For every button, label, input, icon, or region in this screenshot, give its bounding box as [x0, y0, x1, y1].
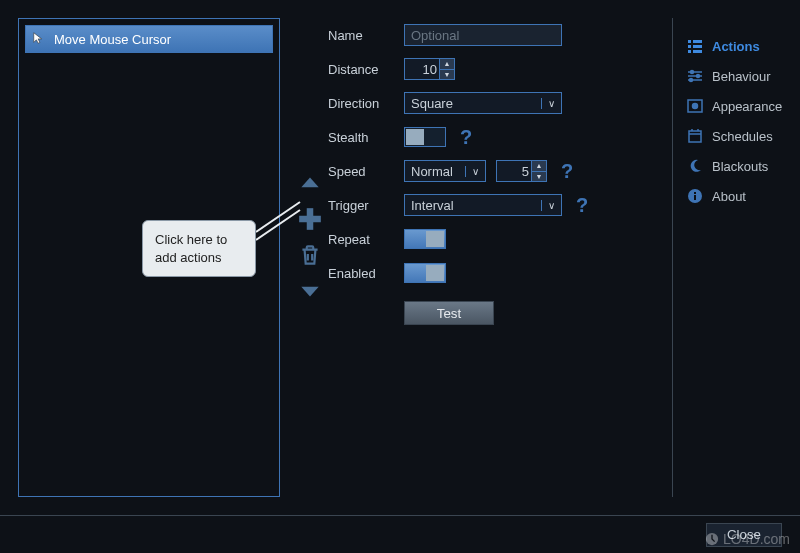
nav-behaviour[interactable]: Behaviour — [687, 68, 786, 84]
nav-about[interactable]: About — [687, 188, 786, 204]
chevron-down-icon: ∨ — [541, 98, 555, 109]
nav-blackouts[interactable]: Blackouts — [687, 158, 786, 174]
label-name: Name — [328, 28, 394, 43]
main-area: Move Mouse Cursor Click — [0, 0, 800, 515]
help-icon[interactable]: ? — [557, 161, 577, 181]
label-direction: Direction — [328, 96, 394, 111]
right-nav-panel: Actions Behaviour Appearance Schedules — [672, 18, 800, 497]
label-repeat: Repeat — [328, 232, 394, 247]
select-speed[interactable]: Normal ∨ — [404, 160, 486, 182]
nav-appearance[interactable]: Appearance — [687, 98, 786, 114]
row-speed: Speed Normal ∨ ▲ ▼ ? — [328, 158, 648, 184]
spinner-speed-value[interactable] — [497, 164, 531, 179]
app-window: Move Mouse Cursor Click — [0, 0, 800, 553]
svg-rect-7 — [693, 50, 702, 53]
spinner-speed[interactable]: ▲ ▼ — [496, 160, 547, 182]
help-icon[interactable]: ? — [456, 127, 476, 147]
nav-label: Behaviour — [712, 69, 771, 84]
calendar-icon — [687, 128, 703, 144]
row-enabled: Enabled — [328, 260, 648, 286]
row-test: Test — [328, 300, 648, 326]
spinner-up-icon[interactable]: ▲ — [532, 161, 546, 172]
select-trigger-value: Interval — [411, 198, 454, 213]
appearance-icon — [687, 98, 703, 114]
svg-rect-15 — [694, 195, 696, 200]
svg-rect-5 — [693, 45, 702, 48]
move-down-icon[interactable] — [297, 278, 323, 304]
svg-point-10 — [690, 79, 693, 82]
test-button[interactable]: Test — [404, 301, 494, 325]
nav-label: Schedules — [712, 129, 773, 144]
spinner-distance-value[interactable] — [405, 62, 439, 77]
row-direction: Direction Square ∨ — [328, 90, 648, 116]
cursor-icon — [32, 31, 46, 48]
nav-label: About — [712, 189, 746, 204]
svg-rect-16 — [694, 192, 696, 194]
spinner-down-icon[interactable]: ▼ — [440, 70, 454, 80]
svg-rect-2 — [688, 40, 691, 43]
label-stealth: Stealth — [328, 130, 394, 145]
hint-text: Click here to add actions — [142, 220, 256, 277]
spinner-down-icon[interactable]: ▼ — [532, 172, 546, 182]
spinner-up-icon[interactable]: ▲ — [440, 59, 454, 70]
row-repeat: Repeat — [328, 226, 648, 252]
svg-point-12 — [693, 104, 698, 109]
svg-rect-13 — [689, 131, 701, 142]
input-name[interactable] — [404, 24, 562, 46]
spinner-distance[interactable]: ▲ ▼ — [404, 58, 455, 80]
help-icon[interactable]: ? — [572, 195, 592, 215]
nav-actions[interactable]: Actions — [687, 38, 786, 54]
list-icon — [687, 38, 703, 54]
toggle-enabled[interactable] — [404, 263, 446, 283]
toggle-repeat[interactable] — [404, 229, 446, 249]
select-direction-value: Square — [411, 96, 453, 111]
center-panel: Click here to add actions Name Distance … — [292, 18, 660, 497]
row-trigger: Trigger Interval ∨ ? — [328, 192, 648, 218]
callout-pointer — [256, 220, 302, 280]
row-stealth: Stealth ? — [328, 124, 648, 150]
action-item-move-mouse[interactable]: Move Mouse Cursor — [25, 25, 273, 53]
chevron-down-icon: ∨ — [541, 200, 555, 211]
chevron-down-icon: ∨ — [465, 166, 479, 177]
select-direction[interactable]: Square ∨ — [404, 92, 562, 114]
toggle-stealth[interactable] — [404, 127, 446, 147]
label-speed: Speed — [328, 164, 394, 179]
svg-rect-4 — [688, 45, 691, 48]
svg-point-8 — [691, 71, 694, 74]
select-trigger[interactable]: Interval ∨ — [404, 194, 562, 216]
action-item-label: Move Mouse Cursor — [54, 32, 171, 47]
sliders-icon — [687, 68, 703, 84]
svg-rect-3 — [693, 40, 702, 43]
label-trigger: Trigger — [328, 198, 394, 213]
bottom-bar: Close — [0, 515, 800, 553]
nav-label: Actions — [712, 39, 760, 54]
select-speed-value: Normal — [411, 164, 453, 179]
label-distance: Distance — [328, 62, 394, 77]
hint-callout: Click here to add actions — [142, 220, 302, 280]
nav-label: Blackouts — [712, 159, 768, 174]
svg-rect-6 — [688, 50, 691, 53]
row-name: Name — [328, 22, 648, 48]
moon-icon — [687, 158, 703, 174]
close-button[interactable]: Close — [706, 523, 782, 547]
svg-point-9 — [697, 75, 700, 78]
row-distance: Distance ▲ ▼ — [328, 56, 648, 82]
nav-label: Appearance — [712, 99, 782, 114]
form-column: Name Distance ▲ ▼ Direction — [328, 22, 648, 497]
info-icon — [687, 188, 703, 204]
svg-rect-1 — [299, 216, 321, 223]
label-enabled: Enabled — [328, 266, 394, 281]
nav-schedules[interactable]: Schedules — [687, 128, 786, 144]
